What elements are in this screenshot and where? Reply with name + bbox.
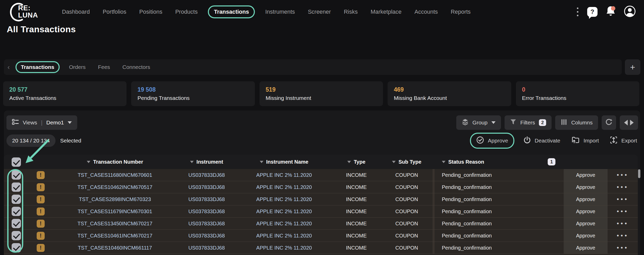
row-menu-button[interactable] [608,218,638,229]
row-approve-button[interactable]: Approve [564,218,608,229]
instrument-link[interactable]: US037833DJ68 [177,172,236,178]
column-header-1[interactable]: Instrument [177,159,236,165]
deactivate-button[interactable]: Deactivate [523,136,560,145]
nav-item-marketplace[interactable]: Marketplace [371,9,402,15]
nav-item-reports[interactable]: Reports [451,9,471,15]
tab-orders[interactable]: Orders [69,64,85,70]
content-panel: Views | Demo1 Group [4,110,640,255]
instrument-link[interactable]: US037833DJ68 [177,184,236,190]
stat-cards: 20 577Active Transactions19 508Pending T… [3,81,639,106]
column-header-4[interactable]: Sub Type [381,159,433,165]
nav-item-transactions[interactable]: Transactions [208,5,255,18]
tab-fees[interactable]: Fees [98,64,110,70]
row-approve-button[interactable]: Approve [564,169,608,181]
views-button[interactable]: Views | Demo1 [6,115,77,130]
instrument-link[interactable]: US037833DJ68 [177,245,236,251]
transaction-number-link[interactable]: TST_CASES10462INCM670517 [53,184,177,190]
nav-item-products[interactable]: Products [175,9,198,15]
collapse-expand-button[interactable] [620,115,638,130]
column-header-3[interactable]: Type [332,159,381,165]
columns-button[interactable]: Columns [555,115,598,130]
approve-button[interactable]: Approve [476,136,508,145]
nav-item-dashboard[interactable]: Dashboard [62,9,90,15]
instrument-name-link[interactable]: APPLE INC 2% 11.2020 [236,221,332,227]
stat-card-3[interactable]: 519Missing Instrument [260,81,383,106]
stat-card-1[interactable]: 20 577Active Transactions [3,81,127,106]
row-approve-button[interactable]: Approve [564,205,608,217]
instrument-link[interactable]: US037833DJ68 [177,209,236,214]
instrument-name-link[interactable]: APPLE INC 2% 11.2020 [236,233,332,239]
filters-button[interactable]: Filters 2 [505,115,552,130]
stat-card-4[interactable]: 469Missing Bank Account [388,81,511,106]
instrument-link[interactable]: US037833DJ68 [177,221,236,227]
row-menu-button[interactable] [608,193,638,205]
row-approve-button[interactable]: Approve [564,230,608,242]
transaction-number-link[interactable]: TST_CASES10461INCM670217 [53,233,177,239]
column-header-2[interactable]: Instrument Name [236,159,332,165]
row-checkbox[interactable] [12,231,21,240]
transaction-number-link[interactable]: TST_CASES13450INCM670217 [53,221,177,227]
row-approve-button[interactable]: Approve [564,181,608,193]
instrument-link[interactable]: US037833DJ68 [177,196,236,202]
instrument-name-link[interactable]: APPLE INC 2% 11.2020 [236,245,332,251]
row-menu-button[interactable] [608,230,638,242]
vertical-scrollbar[interactable] [638,169,640,178]
column-header-5[interactable]: Status Reason [435,159,564,165]
export-button[interactable]: Export [610,136,637,145]
table-row: TST_CASES10460INCM661117US037833DJ68APPL… [4,242,638,254]
stat-label: Missing Instrument [266,95,377,101]
column-header-0[interactable]: Transaction Number [53,159,177,165]
instrument-name-link[interactable]: APPLE INC 2% 11.2020 [236,209,332,214]
sub-type-cell: COUPON [381,209,433,214]
nav-item-risks[interactable]: Risks [344,9,358,15]
export-arrows-icon [610,136,618,145]
selection-count-pill: 20 134 / 20 134 [6,134,56,147]
status-reason-cell: Pending_confirmation [435,233,564,239]
status-reason-cell: Pending_confirmation [435,221,564,227]
row-menu-button[interactable] [608,169,638,181]
row-checkbox-cell [4,219,28,228]
row-menu-button[interactable] [608,181,638,193]
row-menu-button[interactable] [608,205,638,217]
tab-connectors[interactable]: Connectors [122,64,150,70]
row-menu-button[interactable] [608,242,638,254]
refresh-button[interactable] [602,115,616,130]
row-checkbox[interactable] [12,207,21,216]
nav-item-accounts[interactable]: Accounts [414,9,438,15]
brand-logo[interactable]: RE: LUNA [9,2,45,22]
row-approve-button[interactable]: Approve [564,193,608,205]
nav-item-portfolios[interactable]: Portfolios [103,9,127,15]
tab-transactions[interactable]: Transactions [15,61,60,73]
transaction-number-link[interactable]: TST_CASES11680INCM670601 [53,172,177,178]
pinned-column-divider [433,218,435,229]
group-button[interactable]: Group [456,115,501,130]
transaction-number-link[interactable]: TST_CASES11679INCM670301 [53,209,177,214]
row-checkbox[interactable] [12,243,21,252]
stat-card-5[interactable]: 0Error Transactions [516,81,639,106]
instrument-link[interactable]: US037833DJ68 [177,233,236,239]
import-button[interactable]: Import [571,136,599,145]
row-checkbox[interactable] [12,170,21,180]
row-warning-cell [28,195,53,203]
columns-icon [561,119,567,127]
row-checkbox[interactable] [12,219,21,228]
help-icon[interactable] [587,7,598,17]
row-checkbox[interactable] [12,195,21,204]
instrument-name-link[interactable]: APPLE INC 2% 11.2020 [236,184,332,190]
instrument-name-link[interactable]: APPLE INC 2% 11.2020 [236,172,332,178]
select-all-checkbox[interactable] [12,157,21,167]
row-checkbox[interactable] [12,182,21,192]
notifications-bell-icon[interactable] [605,6,616,18]
add-tab-button[interactable]: + [625,59,640,75]
stat-card-2[interactable]: 19 508Pending Transactions [131,81,255,106]
transaction-number-link[interactable]: TST_CASES2898INCM670323 [53,196,177,202]
nav-item-instruments[interactable]: Instruments [265,9,295,15]
instrument-name-link[interactable]: APPLE INC 2% 11.2020 [236,196,332,202]
user-avatar-icon[interactable] [624,5,636,18]
nav-item-screener[interactable]: Screener [308,9,331,15]
tabs-back-chevron-icon[interactable]: ‹ [7,63,10,71]
nav-item-positions[interactable]: Positions [139,9,162,15]
transaction-number-link[interactable]: TST_CASES10460INCM661117 [53,245,177,251]
row-approve-button[interactable]: Approve [564,242,608,254]
overflow-menu-icon[interactable] [576,6,579,17]
